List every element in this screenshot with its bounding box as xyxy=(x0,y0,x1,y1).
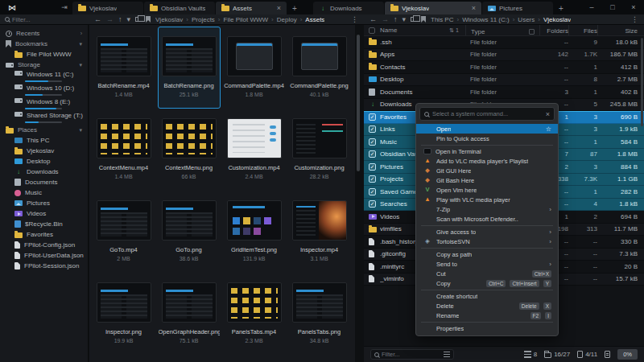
checkbox-checked-icon[interactable]: ✓ xyxy=(369,113,376,121)
checkbox-checked-icon[interactable]: ✓ xyxy=(369,125,376,133)
menu-item-copy[interactable]: CopyCtrl+CCtrl+InsertY xyxy=(416,278,558,288)
checkbox-checked-icon[interactable]: ✓ xyxy=(369,175,376,183)
menu-item-create-shortcut[interactable]: Create shortcut xyxy=(416,291,558,301)
up-icon[interactable]: ↑ xyxy=(394,16,398,23)
star-icon[interactable]: ☆ xyxy=(546,125,551,133)
duplicate-tab-icon[interactable] xyxy=(135,17,141,22)
sidebar-item-fpilot-config-json[interactable]: FPilot-Config.json xyxy=(0,240,88,250)
tab-downloads[interactable]: ↓Downloads xyxy=(313,2,384,14)
file-tile-inspector-mp4[interactable]: Inspector.mp43.1 MB xyxy=(288,191,351,273)
close-icon[interactable]: × xyxy=(546,110,550,118)
status-filter-input[interactable] xyxy=(382,351,428,358)
column-header-name[interactable]: Name⇅1 xyxy=(380,27,465,34)
sidebar-item-documents[interactable]: Documents xyxy=(0,177,88,187)
close-window-button[interactable]: × xyxy=(623,0,644,14)
menu-item-git-gui-here[interactable]: ◆Git GUI Here xyxy=(416,166,558,175)
file-tile-contextmenu-mp4[interactable]: ContextMenu.mp41.4 MB xyxy=(93,109,155,191)
sidebar-item-file-pilot-www[interactable]: File Pilot WWW xyxy=(0,49,88,60)
tab-vjekoslav[interactable]: Vjekoslav xyxy=(72,2,143,14)
breadcrumb-item[interactable]: Windows 11 (C:) xyxy=(462,16,510,23)
file-tile-panelstabs-mp4[interactable]: PanelsTabs.mp42.3 MB xyxy=(223,273,286,355)
bookmark-icon[interactable] xyxy=(146,16,151,23)
section-header-places[interactable]: Places▾ xyxy=(0,125,88,135)
menu-item-send-to[interactable]: Send to› xyxy=(416,259,558,269)
checkbox-checked-icon[interactable]: ✓ xyxy=(369,150,376,158)
menu-item-cut[interactable]: CutCtrl+X xyxy=(416,269,558,278)
menu-item-7-zip[interactable]: 7-Zip› xyxy=(416,204,558,214)
new-tab-button[interactable]: + xyxy=(287,2,302,14)
command-search-input[interactable] xyxy=(432,110,543,117)
menu-item-tortoisesvn[interactable]: ◈TortoiseSVN› xyxy=(416,237,558,246)
up-icon[interactable]: ↑ xyxy=(118,16,122,23)
sidebar-item-music[interactable]: Music xyxy=(0,187,88,198)
file-tile-opengraphheader-png[interactable]: OpenGraphHeader.png75.1 kB xyxy=(158,273,221,355)
sidebar-item-shared-storage-t[interactable]: Shared Storage (T:) xyxy=(0,111,88,125)
history-dropdown-icon[interactable]: ▾ xyxy=(402,16,407,23)
breadcrumb-item[interactable]: Vjekoslav xyxy=(155,16,183,23)
menu-item-properties[interactable]: Properties xyxy=(416,323,558,333)
new-tab-button[interactable]: + xyxy=(554,2,568,14)
section-header-bookmarks[interactable]: Bookmarks▾ xyxy=(0,39,88,49)
forward-icon[interactable]: → xyxy=(382,16,389,23)
sidebar-item-this-pc[interactable]: This PC xyxy=(0,135,88,146)
breadcrumb-item[interactable]: Deploy xyxy=(277,16,297,23)
tab-assets[interactable]: Assets× xyxy=(216,2,287,14)
menu-item-copy-as-path[interactable]: Copy as path xyxy=(416,249,558,259)
header-checkbox[interactable] xyxy=(364,27,380,34)
sidebar-item-vjekoslav[interactable]: Vjekoslav xyxy=(0,146,88,156)
checkbox-checked-icon[interactable]: ✓ xyxy=(369,163,376,171)
sidebar-item-windows-11-c[interactable]: Windows 11 (C:) xyxy=(0,70,88,84)
menu-item-rename[interactable]: RenameF2I xyxy=(416,311,558,320)
breadcrumb-item[interactable]: Assets xyxy=(305,16,324,23)
menu-item-scan-with-microsoft-defender[interactable]: Scan with Microsoft Defender.. xyxy=(416,214,558,224)
menu-item-open[interactable]: Open☆ xyxy=(416,124,558,134)
close-tab-icon[interactable]: × xyxy=(277,4,281,12)
breadcrumb-item[interactable]: File Pilot WWW xyxy=(224,16,269,23)
maximize-button[interactable]: □ xyxy=(602,0,623,14)
menu-item-delete[interactable]: DeleteDeleteX xyxy=(416,301,558,311)
column-header-files[interactable]: Files xyxy=(568,25,597,35)
tab-vjekoslav[interactable]: Vjekoslav× xyxy=(385,2,481,14)
table-row-ssh[interactable]: .sshFile folder--918.0 kB xyxy=(364,36,644,49)
file-tile-batchrename-png[interactable]: BatchRename.png25.1 kB xyxy=(158,27,221,109)
breadcrumb-item[interactable]: Users xyxy=(518,16,535,23)
sidebar-item-videos[interactable]: Videos xyxy=(0,208,88,219)
menu-item-give-access-to[interactable]: Give access to› xyxy=(416,227,558,237)
file-tile-griditemtest-png[interactable]: GridItemTest.png131.9 kB xyxy=(223,191,286,273)
table-row-documents[interactable]: DocumentsFile folder31402 B xyxy=(364,86,644,99)
sidebar-item-pictures[interactable]: Pictures xyxy=(0,198,88,208)
sidebar-item-desktop[interactable]: Desktop xyxy=(0,156,88,167)
file-tile-goto-png[interactable]: GoTo.png38.6 kB xyxy=(158,191,221,273)
file-tile-inspector-png[interactable]: Inspector.png19.9 kB xyxy=(93,273,155,355)
file-tile-customization-png[interactable]: Customization.png28.2 kB xyxy=(288,109,351,191)
sidebar-item-fpilot-session-json[interactable]: FPilot-Session.json xyxy=(0,261,88,271)
section-header-storage[interactable]: Storage▾ xyxy=(0,60,88,70)
menu-item-open-vim-here[interactable]: VOpen Vim here xyxy=(416,185,558,195)
checkbox-checked-icon[interactable]: ✓ xyxy=(369,188,376,195)
sidebar-item-downloads[interactable]: ↓Downloads xyxy=(0,167,88,177)
back-icon[interactable]: ← xyxy=(94,16,101,23)
detach-tab-icon[interactable]: ⇥ xyxy=(56,0,72,14)
close-tab-icon[interactable]: × xyxy=(472,4,476,12)
bookmark-icon[interactable] xyxy=(421,16,426,23)
checkbox-checked-icon[interactable]: ✓ xyxy=(369,138,376,146)
table-row-desktop[interactable]: DesktopFile folder--82.7 MB xyxy=(364,74,644,87)
tab-pictures[interactable]: Pictures xyxy=(482,2,553,14)
menu-item-pin-to-quick-access[interactable]: Pin to Quick access xyxy=(416,134,558,143)
minimize-button[interactable]: – xyxy=(581,0,602,14)
file-tile-commandpalette-mp4[interactable]: CommandPalette.mp41.8 MB xyxy=(223,27,286,109)
breadcrumb-item[interactable]: This PC xyxy=(431,16,453,23)
left-pane-scrollbar[interactable] xyxy=(356,25,361,362)
sidebar-item-windows-10-d[interactable]: Windows 10 (D:) xyxy=(0,84,88,97)
menu-item-add-to-vlc-media-player-s-playlist[interactable]: ▲Add to VLC media player's Playlist xyxy=(416,156,558,166)
overflow-menu-icon[interactable]: ⋮ xyxy=(351,15,358,23)
file-tile-customization-mp4[interactable]: Customization.mp42.4 MB xyxy=(223,109,286,191)
tab-obsidian-vaults[interactable]: Obsidian Vaults xyxy=(144,2,215,14)
menu-item-open-in-terminal[interactable]: Open in Terminal xyxy=(416,146,558,156)
breadcrumb-item[interactable]: Vjekoslav xyxy=(543,16,571,23)
right-pane-scrollbar[interactable] xyxy=(641,38,643,126)
file-tile-contextmenu-png[interactable]: ContextMenu.png66 kB xyxy=(158,109,221,191)
file-tile-batchrename-mp4[interactable]: BatchRename.mp41.4 MB xyxy=(93,27,155,109)
history-dropdown-icon[interactable]: ▾ xyxy=(127,16,131,23)
forward-icon[interactable]: → xyxy=(106,16,114,23)
